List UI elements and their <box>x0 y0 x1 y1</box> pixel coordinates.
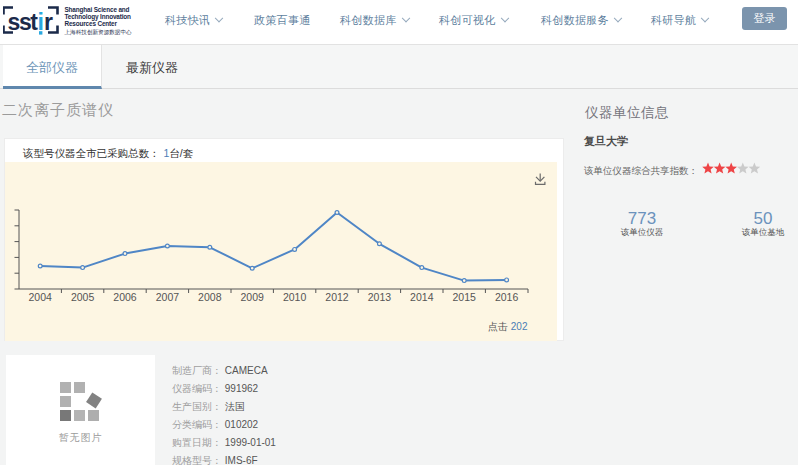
svg-text:2014: 2014 <box>410 291 434 303</box>
svg-text:2005: 2005 <box>71 291 95 303</box>
svg-text:2015: 2015 <box>453 291 477 303</box>
svg-text:2013: 2013 <box>368 291 392 303</box>
svg-text:2010: 2010 <box>283 291 307 303</box>
svg-text:2016: 2016 <box>495 291 519 303</box>
svg-text:2007: 2007 <box>156 291 180 303</box>
svg-text:2006: 2006 <box>113 291 137 303</box>
svg-text:Resources Center: Resources Center <box>65 20 118 27</box>
svg-text:sst: sst <box>8 9 39 35</box>
svg-text:点击 202: 点击 202 <box>488 321 528 332</box>
svg-text:r: r <box>44 9 53 35</box>
svg-text:2009: 2009 <box>241 291 265 303</box>
svg-text:2004: 2004 <box>29 291 53 303</box>
svg-text:2012: 2012 <box>325 291 349 303</box>
svg-text:上海科技创新资源数据中心: 上海科技创新资源数据中心 <box>65 29 133 36</box>
svg-text:2008: 2008 <box>198 291 222 303</box>
svg-text:i: i <box>38 9 44 35</box>
